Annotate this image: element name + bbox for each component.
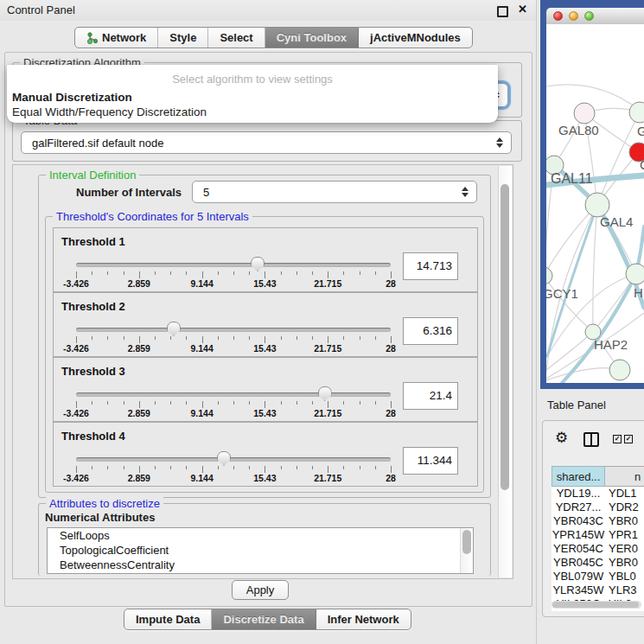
numerical-attributes-list[interactable]: SelfLoopsTopologicalCoefficientBetweenne… — [47, 527, 474, 574]
interval-definition-title: Interval Definition — [46, 169, 139, 182]
zoom-traffic-light-icon[interactable] — [584, 11, 594, 21]
tab-select[interactable]: Select — [208, 28, 265, 48]
attribute-list-item[interactable]: TopologicalCoefficient — [48, 543, 473, 558]
threshold-4-slider-track[interactable] — [76, 457, 391, 462]
tab-cyni-toolbox[interactable]: Cyni Toolbox — [265, 28, 359, 48]
cell-name[interactable]: YDR2 — [605, 501, 644, 514]
network-edge[interactable] — [546, 205, 597, 276]
table-row[interactable]: YBL079WYBL0 — [552, 570, 644, 583]
network-node-label: H — [634, 285, 643, 300]
vertical-scrollbar[interactable] — [498, 166, 512, 577]
network-node[interactable] — [629, 102, 644, 123]
popup-item-hint: Select algorithm to view settings — [7, 65, 498, 86]
network-node[interactable] — [546, 267, 552, 284]
column-header-shared[interactable]: shared... — [552, 466, 605, 487]
network-node[interactable] — [609, 360, 630, 380]
horizontal-scrollbar-thumb[interactable] — [552, 602, 639, 608]
tab-jactivemnodules[interactable]: jActiveMNodules — [359, 28, 472, 48]
tab-discretize-data[interactable]: Discretize Data — [212, 609, 316, 629]
float-window-icon[interactable] — [497, 6, 508, 17]
control-panel-tabs: Network Style Select Cyni Toolbox jActiv… — [74, 27, 473, 48]
select-all-checkbox-icon[interactable]: ✓ — [613, 435, 622, 443]
tab-impute-data[interactable]: Impute Data — [124, 609, 212, 629]
cell-name[interactable]: YBR0 — [605, 556, 644, 570]
threshold-3-slider-track[interactable] — [76, 392, 391, 397]
threshold-3-slider-handle[interactable] — [318, 386, 332, 401]
number-of-intervals-label: Number of Intervals — [76, 186, 182, 199]
number-of-intervals-spinner[interactable]: 5 — [192, 181, 477, 203]
cell-shared-name[interactable]: YLR345W — [552, 583, 605, 597]
tab-network-label: Network — [102, 31, 146, 44]
table-row[interactable]: YPR145WYPR1 — [552, 528, 644, 542]
list-scrollbar-thumb[interactable] — [462, 530, 471, 554]
threshold-4-slider-handle[interactable] — [217, 451, 231, 466]
table-row[interactable]: YBR043CYBR0 — [552, 514, 644, 528]
table-row[interactable]: YDR27...YDR2 — [552, 501, 644, 514]
spinner-arrows-icon — [462, 187, 469, 197]
network-view-window: GAL80GCGAL11GAL4GCY1HHAP2 — [540, 0, 644, 389]
threshold-1-value-field[interactable]: 14.713 — [403, 252, 458, 280]
cell-name[interactable]: YER0 — [605, 542, 644, 556]
slider-ticks — [76, 465, 391, 473]
tab-network[interactable]: Network — [75, 28, 158, 48]
network-edge[interactable] — [593, 205, 597, 332]
list-scrollbar[interactable] — [460, 528, 473, 573]
table-data-combobox[interactable]: galFiltered.sif default node — [21, 131, 512, 154]
horizontal-scrollbar[interactable] — [552, 601, 641, 609]
cell-shared-name[interactable]: YDR27... — [552, 501, 605, 514]
cell-shared-name[interactable]: YPR145W — [552, 528, 605, 542]
numerical-attributes-label: Numerical Attributes — [45, 511, 155, 524]
table-row[interactable]: YBR045CYBR0 — [552, 556, 644, 570]
threshold-2-slider-handle[interactable] — [167, 322, 181, 336]
network-canvas[interactable]: GAL80GCGAL11GAL4GCY1HHAP2 — [546, 24, 644, 383]
cell-name[interactable]: YBR0 — [605, 514, 644, 528]
cell-shared-name[interactable]: YBR043C — [552, 514, 605, 528]
cell-name[interactable]: YBL0 — [605, 570, 644, 583]
threshold-2-label: Threshold 2 — [61, 300, 125, 313]
slider-ticks — [76, 400, 391, 408]
column-header-name[interactable]: n — [605, 466, 644, 487]
slider-tick-labels: -3.4262.8599.14415.4321.71528 — [76, 473, 391, 483]
close-traffic-light-icon[interactable] — [553, 11, 563, 21]
threshold-3-value-field[interactable]: 21.4 — [403, 382, 458, 410]
table-body: YDL19...YDL1YDR27...YDR2YBR043CYBR0YPR14… — [552, 487, 644, 611]
minimize-traffic-light-icon[interactable] — [569, 11, 578, 21]
threshold-1-slider-handle[interactable] — [251, 257, 265, 271]
network-edge-highlighted[interactable] — [562, 226, 644, 383]
cell-shared-name[interactable]: YER054C — [552, 542, 605, 556]
threshold-2-slider-track[interactable] — [76, 328, 391, 332]
tab-infer-network[interactable]: Infer Network — [316, 609, 411, 629]
attribute-list-item[interactable]: SelfLoops — [48, 528, 473, 543]
threshold-1-slider-track[interactable] — [76, 263, 391, 267]
table-row[interactable]: YER054CYER0 — [552, 542, 644, 556]
vertical-scrollbar-thumb[interactable] — [501, 184, 509, 490]
table-row[interactable]: YLR345WYLR3 — [552, 583, 644, 597]
threshold-4-value-field[interactable]: 11.344 — [403, 447, 458, 475]
table-row[interactable]: YDL19...YDL1 — [552, 487, 644, 501]
cell-shared-name[interactable]: YDL19... — [552, 487, 605, 501]
cell-name[interactable]: YPR1 — [605, 528, 644, 542]
tab-impute-data-label: Impute Data — [136, 613, 200, 626]
popup-item-equal-width-frequency[interactable]: Equal Width/Frequency Discretization — [7, 105, 498, 119]
columns-icon[interactable] — [583, 432, 599, 447]
attribute-list-item[interactable]: BetweennessCentrality — [48, 558, 473, 572]
attributes-group-title: Attributes to discretize — [46, 497, 163, 510]
threshold-2-value-field[interactable]: 6.316 — [403, 317, 458, 345]
popup-item-manual-discretization[interactable]: Manual Discretization — [7, 90, 498, 105]
tab-discretize-data-label: Discretize Data — [223, 613, 303, 626]
network-node[interactable] — [585, 193, 609, 217]
network-edge[interactable] — [546, 85, 638, 109]
cell-shared-name[interactable]: YBL079W — [552, 570, 605, 583]
close-icon[interactable]: ✕ — [518, 3, 527, 16]
tab-style-label: Style — [169, 31, 196, 44]
cell-shared-name[interactable]: YBR045C — [552, 556, 605, 570]
select-all-checkbox-icon-2[interactable]: ✓ — [624, 435, 633, 443]
cell-name[interactable]: YDL1 — [605, 487, 644, 501]
tab-style[interactable]: Style — [158, 28, 208, 48]
gear-icon[interactable]: ⚙ — [555, 430, 568, 445]
network-node[interactable] — [626, 264, 644, 284]
network-edge[interactable] — [546, 368, 620, 380]
cell-name[interactable]: YLR3 — [605, 583, 644, 597]
apply-button[interactable]: Apply — [232, 580, 289, 600]
network-node[interactable] — [574, 103, 595, 124]
